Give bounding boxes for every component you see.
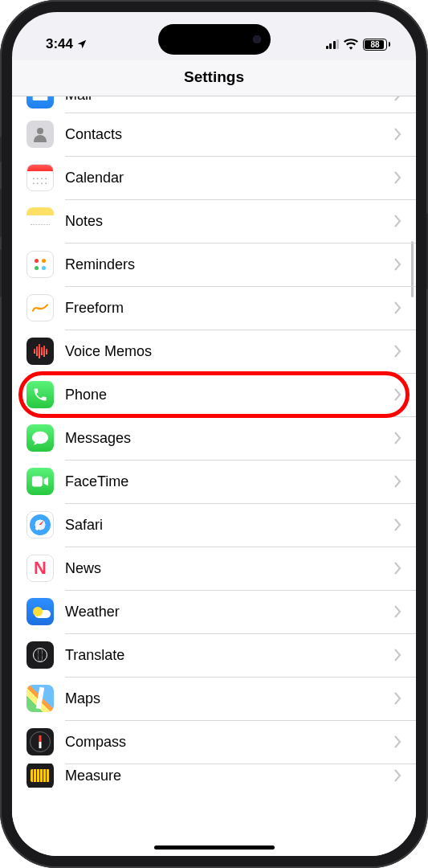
chevron-right-icon bbox=[394, 215, 402, 227]
settings-row-news[interactable]: N News bbox=[12, 547, 416, 590]
chevron-right-icon bbox=[394, 96, 402, 101]
translate-icon bbox=[26, 641, 54, 669]
row-label: Messages bbox=[65, 430, 394, 447]
safari-icon bbox=[26, 511, 54, 538]
settings-row-voicememos[interactable]: Voice Memos bbox=[12, 330, 416, 373]
cellular-signal-icon bbox=[326, 39, 340, 49]
freeform-icon bbox=[26, 294, 54, 321]
mail-icon bbox=[26, 96, 54, 108]
wifi-icon bbox=[344, 39, 358, 50]
row-label: FaceTime bbox=[65, 473, 394, 490]
row-label: Translate bbox=[65, 647, 394, 664]
dynamic-island bbox=[158, 24, 271, 55]
row-label: Freeform bbox=[65, 300, 394, 317]
maps-icon bbox=[26, 685, 54, 712]
chevron-right-icon bbox=[394, 769, 402, 782]
row-label: Contacts bbox=[65, 126, 394, 143]
chevron-right-icon bbox=[394, 301, 402, 314]
mute-switch[interactable] bbox=[0, 137, 2, 162]
screen: 3:44 88 bbox=[12, 12, 416, 856]
row-label: Maps bbox=[65, 690, 394, 707]
chevron-right-icon bbox=[394, 171, 402, 184]
row-label: Compass bbox=[65, 734, 394, 751]
settings-row-maps[interactable]: Maps bbox=[12, 677, 416, 720]
chevron-right-icon bbox=[394, 692, 402, 705]
row-label: Phone bbox=[65, 387, 394, 403]
calendar-icon: • • • •• • • • bbox=[26, 164, 54, 191]
measure-icon bbox=[26, 764, 54, 788]
page-title: Settings bbox=[12, 60, 416, 96]
row-label: Safari bbox=[65, 517, 394, 534]
notes-icon bbox=[26, 207, 54, 235]
reminders-icon bbox=[26, 251, 54, 278]
svg-rect-1 bbox=[32, 477, 43, 487]
home-indicator[interactable] bbox=[154, 845, 275, 850]
news-icon: N bbox=[26, 555, 54, 582]
row-label: Weather bbox=[65, 604, 394, 620]
settings-row-facetime[interactable]: FaceTime bbox=[12, 460, 416, 503]
row-label: Measure bbox=[65, 768, 394, 784]
chevron-right-icon bbox=[394, 735, 402, 748]
row-label: Reminders bbox=[65, 256, 394, 273]
chevron-right-icon bbox=[394, 345, 402, 358]
volume-up-button[interactable] bbox=[0, 189, 2, 237]
facetime-icon bbox=[26, 468, 54, 495]
front-camera bbox=[253, 35, 261, 43]
compass-icon bbox=[26, 728, 54, 755]
chevron-right-icon bbox=[394, 605, 402, 618]
chevron-right-icon bbox=[394, 432, 402, 444]
settings-row-reminders[interactable]: Reminders bbox=[12, 243, 416, 286]
svg-rect-0 bbox=[33, 96, 48, 100]
row-label: News bbox=[65, 560, 394, 577]
voicememos-icon bbox=[26, 338, 54, 365]
settings-row-messages[interactable]: Messages bbox=[12, 416, 416, 460]
battery-percent: 88 bbox=[370, 40, 379, 49]
volume-down-button[interactable] bbox=[0, 249, 2, 297]
chevron-right-icon bbox=[394, 128, 402, 141]
settings-row-freeform[interactable]: Freeform bbox=[12, 286, 416, 330]
settings-row-weather[interactable]: Weather bbox=[12, 590, 416, 633]
chevron-right-icon bbox=[394, 518, 402, 531]
row-label: Calendar bbox=[65, 170, 394, 186]
settings-row-notes[interactable]: Notes bbox=[12, 199, 416, 243]
settings-row-safari[interactable]: Safari bbox=[12, 503, 416, 547]
settings-row-contacts[interactable]: Contacts bbox=[12, 113, 416, 156]
settings-row-calendar[interactable]: • • • •• • • • Calendar bbox=[12, 156, 416, 199]
location-icon bbox=[76, 39, 88, 50]
chevron-right-icon bbox=[394, 388, 402, 401]
chevron-right-icon bbox=[394, 649, 402, 661]
settings-row-compass[interactable]: Compass bbox=[12, 720, 416, 764]
row-label: Mail bbox=[65, 96, 394, 104]
settings-row-translate[interactable]: Translate bbox=[12, 633, 416, 677]
chevron-right-icon bbox=[394, 475, 402, 488]
row-label: Voice Memos bbox=[65, 343, 394, 360]
contacts-icon bbox=[26, 121, 54, 148]
settings-row-phone[interactable]: Phone bbox=[12, 373, 416, 416]
chevron-right-icon bbox=[394, 562, 402, 575]
messages-icon bbox=[26, 424, 54, 452]
settings-row-measure[interactable]: Measure bbox=[12, 764, 416, 788]
status-time: 3:44 bbox=[46, 36, 73, 52]
weather-icon bbox=[26, 598, 54, 625]
phone-frame: 3:44 88 bbox=[0, 0, 428, 868]
settings-row-mail[interactable]: Mail bbox=[12, 96, 416, 113]
settings-list[interactable]: Mail Contacts • • • •• • • • bbox=[12, 96, 416, 856]
phone-icon bbox=[26, 381, 54, 408]
battery-icon: 88 bbox=[363, 39, 390, 51]
row-label: Notes bbox=[65, 213, 394, 230]
chevron-right-icon bbox=[394, 258, 402, 271]
